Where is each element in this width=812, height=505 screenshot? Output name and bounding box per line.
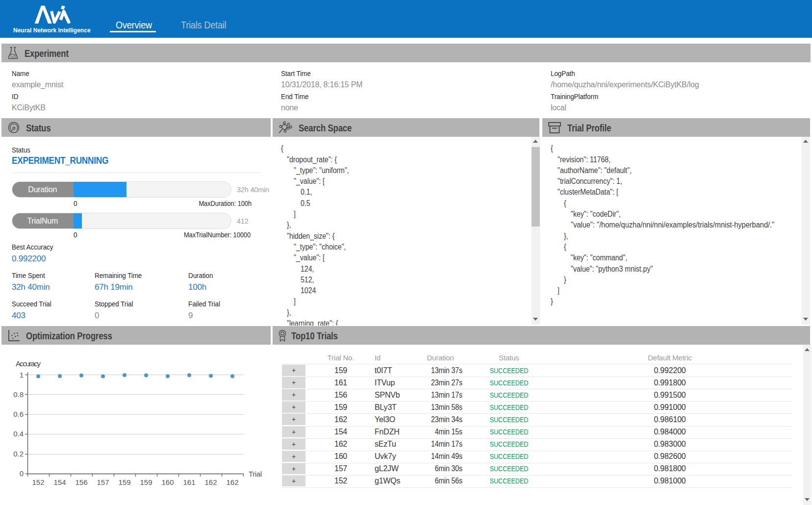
svg-text:152: 152 (32, 478, 44, 486)
svg-text:0.6: 0.6 (13, 410, 24, 418)
svg-text:161: 161 (183, 478, 195, 486)
svg-text:159: 159 (140, 478, 152, 486)
svg-text:154: 154 (53, 478, 66, 486)
svg-text:Accuracy: Accuracy (16, 359, 41, 368)
svg-text:0.8: 0.8 (13, 390, 24, 399)
svg-text:160: 160 (161, 478, 174, 486)
svg-text:1: 1 (20, 371, 24, 379)
svg-text:157: 157 (97, 478, 109, 486)
svg-text:Trial: Trial (249, 470, 262, 478)
svg-text:162: 162 (204, 478, 217, 486)
svg-text:0.2: 0.2 (13, 450, 24, 458)
svg-text:162: 162 (226, 478, 238, 486)
svg-text:159: 159 (118, 478, 130, 486)
svg-text:0: 0 (20, 469, 24, 478)
svg-text:156: 156 (75, 478, 87, 486)
svg-text:0.4: 0.4 (13, 429, 24, 438)
